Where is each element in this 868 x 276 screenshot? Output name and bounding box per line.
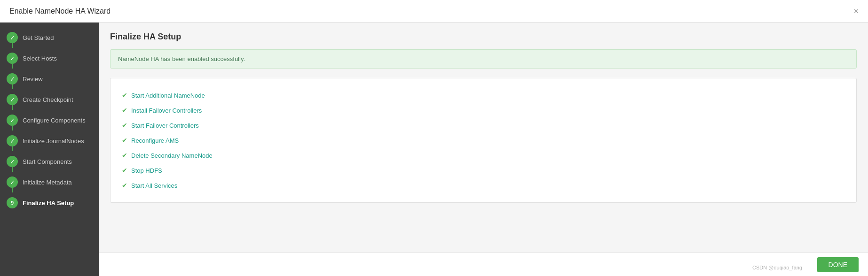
modal-header: Enable NameNode HA Wizard ×	[0, 0, 868, 23]
success-message: NameNode HA has been enabled successfull…	[118, 55, 245, 62]
step-row-start-additional-namenode: ✔ Start Additional NameNode	[122, 88, 845, 103]
sidebar-item-initialize-metadata[interactable]: ✓ Initialize Metadata	[0, 172, 99, 192]
checkmark-icon: ✓	[10, 34, 15, 41]
step-label-4[interactable]: Reconfigure AMS	[131, 137, 179, 144]
step-label-5[interactable]: Delete Secondary NameNode	[131, 152, 213, 159]
step-label-6[interactable]: Stop HDFS	[131, 167, 162, 174]
step-row-stop-hdfs: ✔ Stop HDFS	[122, 163, 845, 178]
checkmark-icon-5: ✓	[10, 117, 15, 124]
check-icon-4: ✔	[122, 137, 127, 144]
step-circle-9: 9	[7, 197, 18, 208]
step-row-install-failover-controllers: ✔ Install Failover Controllers	[122, 103, 845, 118]
step-row-delete-secondary-namenode: ✔ Delete Secondary NameNode	[122, 148, 845, 163]
step-circle-2: ✓	[7, 53, 18, 64]
main-content: Finalize HA Setup NameNode HA has been e…	[99, 23, 868, 276]
sidebar-label-finalize-ha-setup: Finalize HA Setup	[23, 199, 74, 207]
sidebar-item-get-started[interactable]: ✓ Get Started	[0, 27, 99, 48]
step-row-start-all-services: ✔ Start All Services	[122, 178, 845, 193]
step-circle-4: ✓	[7, 94, 18, 105]
sidebar-item-select-hosts[interactable]: ✓ Select Hosts	[0, 48, 99, 69]
sidebar-label-initialize-journalnodes: Initialize JournalNodes	[23, 138, 84, 145]
step-label-7[interactable]: Start All Services	[131, 182, 177, 189]
step-label-3[interactable]: Start Failover Controllers	[131, 122, 199, 129]
check-icon-1: ✔	[122, 92, 127, 99]
check-icon-6: ✔	[122, 167, 127, 174]
step-circle-7: ✓	[7, 156, 18, 167]
check-icon-3: ✔	[122, 122, 127, 129]
sidebar-label-review: Review	[23, 76, 43, 83]
step-number-9: 9	[11, 200, 14, 206]
sidebar-item-finalize-ha-setup[interactable]: 9 Finalize HA Setup	[0, 192, 99, 213]
success-banner: NameNode HA has been enabled successfull…	[110, 49, 857, 69]
modal-body: ✓ Get Started ✓ Select Hosts ✓ Review ✓	[0, 23, 868, 276]
modal-footer: CSDN @duqiao_fang DONE	[99, 253, 868, 276]
step-row-start-failover-controllers: ✔ Start Failover Controllers	[122, 118, 845, 133]
checkmark-icon-7: ✓	[10, 158, 15, 165]
watermark: CSDN @duqiao_fang	[752, 265, 802, 270]
checkmark-icon-6: ✓	[10, 138, 15, 145]
modal-container: Enable NameNode HA Wizard × ✓ Get Starte…	[0, 0, 868, 276]
checkmark-icon-2: ✓	[10, 55, 15, 62]
step-label-1[interactable]: Start Additional NameNode	[131, 92, 205, 99]
close-button[interactable]: ×	[853, 7, 859, 15]
step-row-reconfigure-ams: ✔ Reconfigure AMS	[122, 133, 845, 148]
step-circle-3: ✓	[7, 73, 18, 84]
sidebar-label-create-checkpoint: Create Checkpoint	[23, 96, 73, 103]
step-circle-6: ✓	[7, 135, 18, 146]
sidebar-label-get-started: Get Started	[23, 34, 54, 41]
sidebar: ✓ Get Started ✓ Select Hosts ✓ Review ✓	[0, 23, 99, 276]
check-icon-2: ✔	[122, 107, 127, 114]
step-circle-1: ✓	[7, 32, 18, 43]
sidebar-item-configure-components[interactable]: ✓ Configure Components	[0, 110, 99, 130]
check-icon-7: ✔	[122, 182, 127, 189]
sidebar-item-review[interactable]: ✓ Review	[0, 69, 99, 89]
step-circle-5: ✓	[7, 115, 18, 126]
check-icon-5: ✔	[122, 152, 127, 159]
content-title: Finalize HA Setup	[110, 32, 857, 42]
step-label-2[interactable]: Install Failover Controllers	[131, 107, 202, 114]
step-circle-8: ✓	[7, 176, 18, 188]
sidebar-item-start-components[interactable]: ✓ Start Components	[0, 151, 99, 172]
checkmark-icon-3: ✓	[10, 76, 15, 83]
done-button[interactable]: DONE	[817, 257, 859, 272]
modal-title: Enable NameNode HA Wizard	[9, 7, 110, 15]
sidebar-label-configure-components: Configure Components	[23, 117, 86, 124]
content-area: Finalize HA Setup NameNode HA has been e…	[99, 23, 868, 253]
sidebar-label-initialize-metadata: Initialize Metadata	[23, 179, 72, 186]
sidebar-label-select-hosts: Select Hosts	[23, 55, 57, 62]
sidebar-label-start-components: Start Components	[23, 158, 72, 165]
steps-list: ✔ Start Additional NameNode ✔ Install Fa…	[110, 78, 857, 203]
checkmark-icon-4: ✓	[10, 96, 15, 103]
checkmark-icon-8: ✓	[10, 179, 15, 186]
sidebar-item-create-checkpoint[interactable]: ✓ Create Checkpoint	[0, 89, 99, 110]
sidebar-item-initialize-journalnodes[interactable]: ✓ Initialize JournalNodes	[0, 130, 99, 151]
